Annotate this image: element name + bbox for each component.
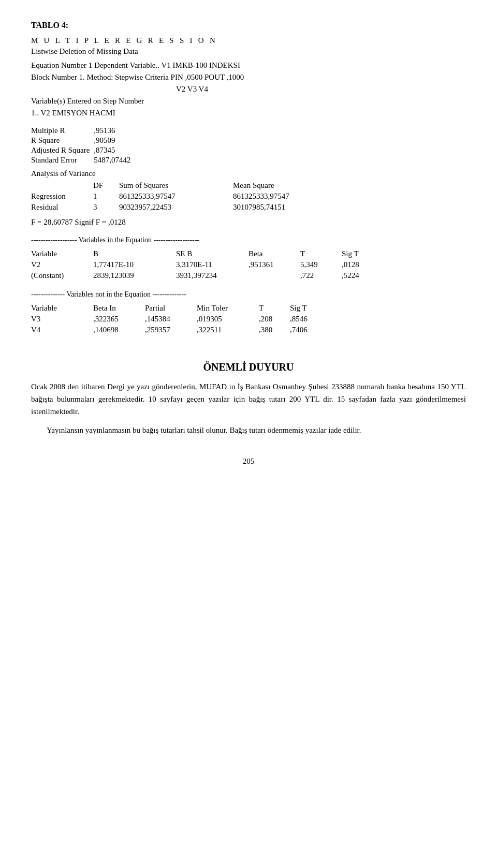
equation-line: Equation Number 1 Dependent Variable.. V…: [31, 61, 466, 70]
v2v3v4: V2 V3 V4: [31, 85, 466, 94]
variables-step: Variable(s) Entered on Step Number: [31, 97, 466, 106]
v4-variable: V4: [31, 325, 93, 335]
v2-b: 1,77417E-10: [93, 259, 176, 270]
page-title: TABLO 4:: [31, 21, 466, 30]
adj-r-square-value: ,87345: [94, 145, 135, 155]
constant-variable: (Constant): [31, 270, 93, 281]
residual-mean: 30107985,74151: [233, 202, 298, 213]
analysis-header: Analysis of Variance: [31, 169, 466, 178]
col-variable-not: Variable: [31, 303, 93, 314]
col-t: T: [300, 248, 342, 259]
v2-beta: ,951361: [248, 259, 300, 270]
col-beta: Beta: [248, 248, 300, 259]
page-number: 205: [31, 457, 466, 466]
col-b: B: [93, 248, 176, 259]
step-number: 1.. V2 EMISYON HACMI: [31, 109, 466, 117]
block-number-line: Block Number 1. Method: Stepwise Criteri…: [31, 73, 466, 82]
r-square-label: R Square: [31, 136, 94, 145]
col-df: DF: [93, 180, 119, 191]
regression-df: 1: [93, 191, 119, 202]
regression-header2: Listwise Deletion of Missing Data: [31, 47, 466, 56]
col-sigt-not: Sig T: [290, 303, 315, 314]
v2-seb: 3,3170E-11: [176, 259, 248, 270]
v3-sigt: ,8546: [290, 314, 315, 325]
col-sigt: Sig T: [342, 248, 466, 259]
v3-beta-in: ,322365: [93, 314, 145, 325]
v4-sigt: ,7406: [290, 325, 315, 335]
variables-in-eq-header: ------------------- Variables in the Equ…: [31, 236, 466, 244]
v2-sigt: ,0128: [342, 259, 466, 270]
constant-seb: 3931,397234: [176, 270, 248, 281]
col-mean: Mean Square: [233, 180, 298, 191]
variables-not-in-eq-header: -------------- Variables not in the Equa…: [31, 290, 466, 299]
variables-in-eq-table: Variable B SE B Beta T Sig T V2 1,77417E…: [31, 248, 466, 281]
f-line: F = 28,60787 Signif F = ,0128: [31, 218, 466, 227]
residual-label: Residual: [31, 202, 93, 213]
v4-partial: ,259357: [145, 325, 197, 335]
v3-min-toler: ,019305: [197, 314, 259, 325]
col-sum: Sum of Squares: [119, 180, 233, 191]
v3-variable: V3: [31, 314, 93, 325]
col-min-toler: Min Toler: [197, 303, 259, 314]
statistics-table: Multiple R ,95136 R Square ,90509 Adjust…: [31, 126, 135, 165]
v3-t: ,208: [259, 314, 290, 325]
constant-beta: [248, 270, 300, 281]
v2-t: 5,349: [300, 259, 342, 270]
v3-partial: ,145384: [145, 314, 197, 325]
regression-label: Regression: [31, 191, 93, 202]
anova-table: DF Sum of Squares Mean Square Regression…: [31, 180, 298, 213]
v2-variable: V2: [31, 259, 93, 270]
onemli-para1: Ocak 2008 den itibaren Dergi ye yazı gön…: [31, 380, 466, 418]
v4-min-toler: ,322511: [197, 325, 259, 335]
onemli-para2: Yayınlansın yayınlanmasın bu bağış tutar…: [31, 424, 466, 436]
regression-header1: M U L T I P L E R E G R E S S I O N: [31, 36, 466, 45]
variables-not-in-eq-table: Variable Beta In Partial Min Toler T Sig…: [31, 303, 315, 335]
constant-b: 2839,123039: [93, 270, 176, 281]
v4-beta-in: ,140698: [93, 325, 145, 335]
residual-df: 3: [93, 202, 119, 213]
regression-sum: 861325333,97547: [119, 191, 233, 202]
onemli-title: ÖNEMLİ DUYURU: [31, 361, 466, 373]
v4-t: ,380: [259, 325, 290, 335]
std-error-label: Standard Error: [31, 155, 94, 165]
col-t-not: T: [259, 303, 290, 314]
adj-r-square-label: Adjusted R Square: [31, 145, 94, 155]
constant-t: ,722: [300, 270, 342, 281]
col-variable-in: Variable: [31, 248, 93, 259]
multiple-r-value: ,95136: [94, 126, 135, 136]
std-error-value: 5487,07442: [94, 155, 135, 165]
col-beta-in: Beta In: [93, 303, 145, 314]
residual-sum: 90323957,22453: [119, 202, 233, 213]
constant-sigt: ,5224: [342, 270, 466, 281]
multiple-r-label: Multiple R: [31, 126, 94, 136]
col-partial: Partial: [145, 303, 197, 314]
regression-mean: 861325333,97547: [233, 191, 298, 202]
r-square-value: ,90509: [94, 136, 135, 145]
col-seb: SE B: [176, 248, 248, 259]
